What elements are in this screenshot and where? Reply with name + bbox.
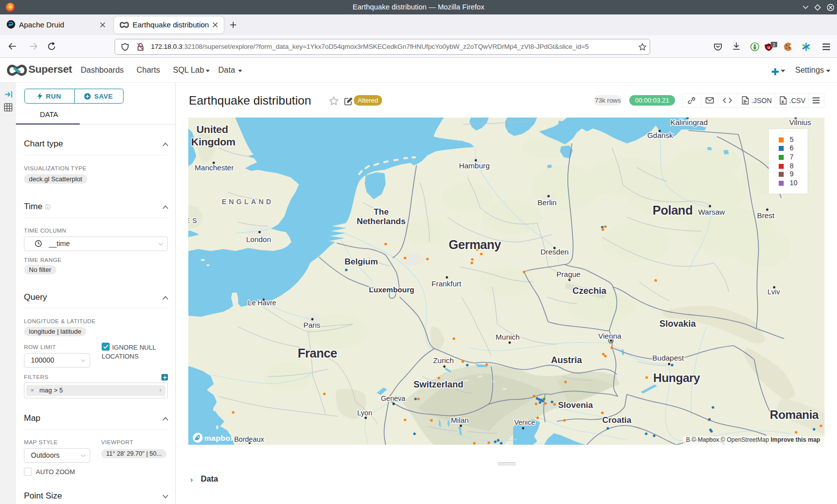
svg-text:mapbox: mapbox [204, 434, 235, 442]
svg-text:Milan: Milan [451, 416, 469, 424]
svg-text:Berlin: Berlin [538, 198, 557, 207]
svg-text:Gdansk: Gdansk [647, 131, 673, 139]
svg-text:u: u [767, 45, 770, 50]
svg-text:Prague: Prague [557, 270, 580, 278]
svg-text:Dresden: Dresden [541, 248, 569, 256]
svg-text:Paris: Paris [303, 321, 320, 329]
svg-text:Le Havre: Le Havre [248, 299, 277, 307]
svg-text:ES: ES [188, 217, 199, 225]
svg-text:Switzerland: Switzerland [414, 379, 463, 389]
svg-text:ENGLAND: ENGLAND [222, 198, 274, 206]
svg-text:London: London [246, 235, 271, 244]
svg-text:Croatia: Croatia [602, 415, 632, 425]
svg-text:Bordeaux: Bordeaux [234, 435, 264, 443]
svg-text:Hungary: Hungary [653, 371, 700, 384]
svg-text:Vilnius: Vilnius [789, 118, 811, 126]
svg-text:Manchester: Manchester [195, 163, 234, 172]
svg-text:France: France [298, 346, 338, 360]
svg-text:Kingdom: Kingdom [191, 136, 236, 147]
svg-text:Frankfurt: Frankfurt [431, 279, 462, 288]
svg-text:Netherlands: Netherlands [357, 217, 406, 226]
svg-text:Munich: Munich [496, 333, 520, 341]
svg-text:Brest: Brest [757, 211, 775, 220]
svg-text:Warsaw: Warsaw [698, 208, 725, 216]
svg-text:The: The [374, 207, 389, 217]
svg-text:Budapest: Budapest [652, 354, 684, 362]
svg-text:Romania: Romania [770, 408, 819, 421]
svg-text:Geneva: Geneva [381, 394, 405, 402]
svg-text:Germany: Germany [449, 238, 501, 252]
svg-text:Belgium: Belgium [344, 257, 378, 266]
svg-text:Zurich: Zurich [433, 356, 454, 365]
svg-text:2: 2 [773, 42, 775, 47]
svg-text:Kaliningrad: Kaliningrad [670, 118, 707, 126]
svg-text:Czechia: Czechia [572, 286, 607, 296]
svg-text:Austria: Austria [551, 355, 582, 365]
svg-text:Slovakia: Slovakia [659, 319, 696, 329]
svg-text:United: United [196, 124, 228, 135]
svg-text:Venice: Venice [514, 418, 535, 426]
svg-text:Luxembourg: Luxembourg [369, 285, 415, 294]
svg-text:Vienna: Vienna [598, 332, 622, 340]
svg-text:Slovenia: Slovenia [558, 400, 593, 410]
svg-text:Hamburg: Hamburg [459, 161, 490, 170]
svg-text:Lviv: Lviv [768, 288, 780, 296]
svg-text:Lyon: Lyon [357, 409, 372, 417]
svg-text:Poland: Poland [653, 203, 693, 217]
